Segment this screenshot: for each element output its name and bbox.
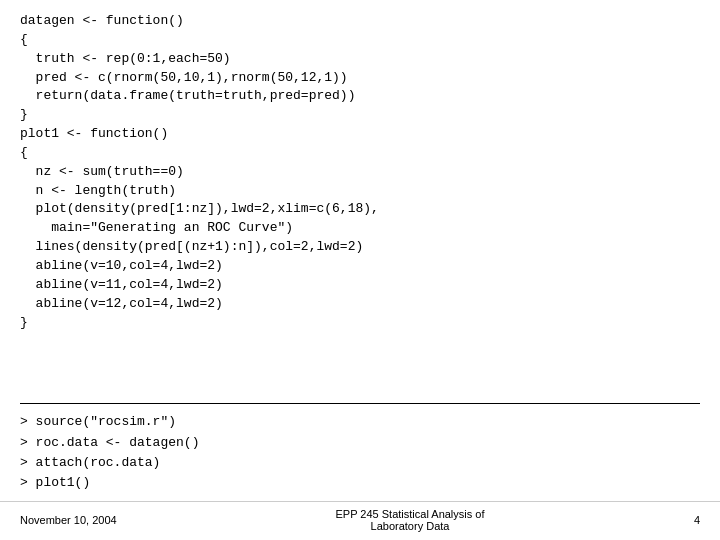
footer-title-line2: Laboratory Data <box>150 520 670 532</box>
code-block: datagen <- function() { truth <- rep(0:1… <box>0 0 720 399</box>
slide-container: datagen <- function() { truth <- rep(0:1… <box>0 0 720 540</box>
footer-date: November 10, 2004 <box>20 514 150 526</box>
footer-title: EPP 245 Statistical Analysis of Laborato… <box>150 508 670 532</box>
divider-line <box>20 403 700 404</box>
console-area: > source("rocsim.r") > roc.data <- datag… <box>0 408 720 501</box>
footer: November 10, 2004 EPP 245 Statistical An… <box>0 501 720 540</box>
footer-page: 4 <box>670 514 700 526</box>
footer-title-line1: EPP 245 Statistical Analysis of <box>150 508 670 520</box>
